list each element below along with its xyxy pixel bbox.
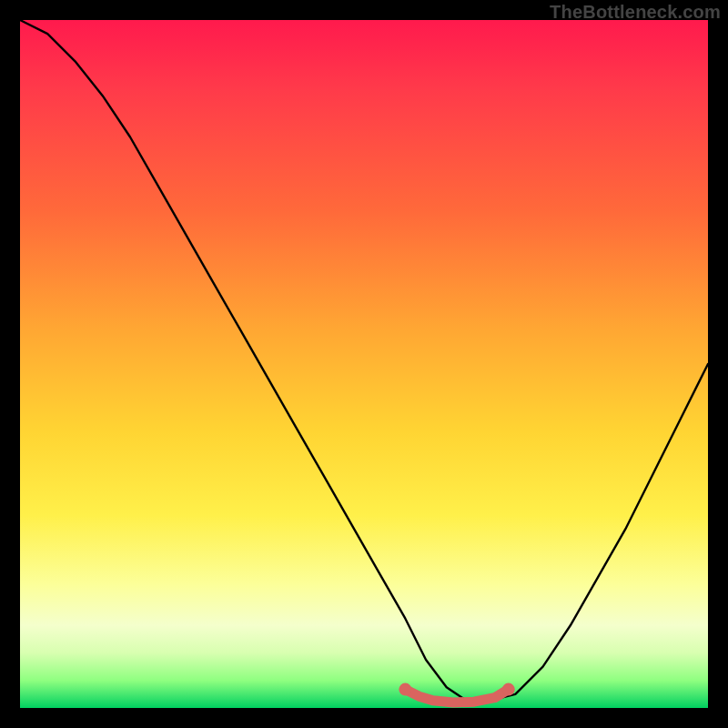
chart-frame: TheBottleneck.com (0, 0, 728, 728)
plot-area (20, 20, 708, 708)
bottleneck-curve (20, 20, 708, 701)
curve-layer (20, 20, 708, 708)
sweet-spot-end-dot (502, 683, 515, 696)
sweet-spot-marker (405, 690, 508, 703)
sweet-spot-start-dot (399, 683, 411, 696)
